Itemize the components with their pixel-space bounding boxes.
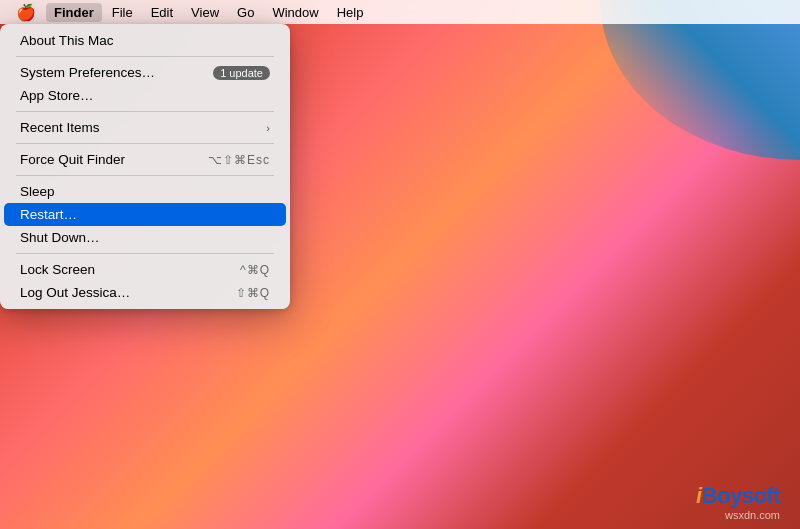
edit-menu[interactable]: Edit	[143, 3, 181, 22]
recent-items-label: Recent Items	[20, 120, 266, 135]
separator-1	[16, 56, 274, 57]
about-this-mac-label: About This Mac	[20, 33, 270, 48]
app-store-label: App Store…	[20, 88, 270, 103]
shut-down-label: Shut Down…	[20, 230, 270, 245]
update-badge: 1 update	[213, 66, 270, 80]
system-preferences-item[interactable]: System Preferences… 1 update	[4, 61, 286, 84]
about-this-mac-item[interactable]: About This Mac	[4, 29, 286, 52]
separator-4	[16, 175, 274, 176]
restart-item[interactable]: Restart…	[4, 203, 286, 226]
lock-screen-item[interactable]: Lock Screen ^⌘Q	[4, 258, 286, 281]
force-quit-item[interactable]: Force Quit Finder ⌥⇧⌘Esc	[4, 148, 286, 171]
system-preferences-label: System Preferences…	[20, 65, 205, 80]
separator-3	[16, 143, 274, 144]
lock-screen-shortcut: ^⌘Q	[240, 263, 270, 277]
sleep-item[interactable]: Sleep	[4, 180, 286, 203]
watermark-suffix: Boysoft	[702, 483, 780, 508]
finder-menu[interactable]: Finder	[46, 3, 102, 22]
log-out-label: Log Out Jessica…	[20, 285, 236, 300]
window-menu[interactable]: Window	[264, 3, 326, 22]
app-store-item[interactable]: App Store…	[4, 84, 286, 107]
lock-screen-label: Lock Screen	[20, 262, 240, 277]
force-quit-shortcut: ⌥⇧⌘Esc	[208, 153, 270, 167]
submenu-arrow-icon: ›	[266, 122, 270, 134]
sleep-label: Sleep	[20, 184, 270, 199]
view-menu[interactable]: View	[183, 3, 227, 22]
force-quit-label: Force Quit Finder	[20, 152, 208, 167]
iboysoft-watermark: iBoysoft	[696, 483, 780, 509]
go-menu[interactable]: Go	[229, 3, 262, 22]
separator-5	[16, 253, 274, 254]
separator-2	[16, 111, 274, 112]
help-menu[interactable]: Help	[329, 3, 372, 22]
shut-down-item[interactable]: Shut Down…	[4, 226, 286, 249]
menubar: 🍎 Finder File Edit View Go Window Help	[0, 0, 800, 24]
log-out-item[interactable]: Log Out Jessica… ⇧⌘Q	[4, 281, 286, 304]
watermark-domain: wsxdn.com	[725, 509, 780, 521]
recent-items-item[interactable]: Recent Items ›	[4, 116, 286, 139]
log-out-shortcut: ⇧⌘Q	[236, 286, 270, 300]
file-menu[interactable]: File	[104, 3, 141, 22]
restart-label: Restart…	[20, 207, 270, 222]
apple-menu-button[interactable]: 🍎	[8, 3, 44, 22]
apple-dropdown-menu: About This Mac System Preferences… 1 upd…	[0, 24, 290, 309]
